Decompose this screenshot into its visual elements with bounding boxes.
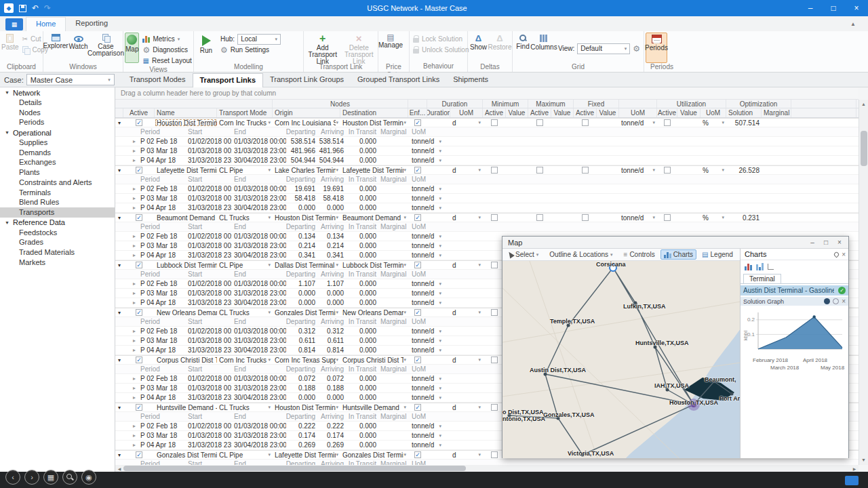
case-select[interactable]: Master Case▾ — [26, 74, 115, 85]
destination-select[interactable]: Lafeyette Dist Terminal▾ — [340, 166, 408, 174]
min-value-cell[interactable] — [506, 119, 528, 127]
sub-column-header-arriving[interactable]: Arriving — [317, 460, 346, 465]
min-active-checkbox[interactable] — [491, 451, 498, 458]
destination-select[interactable]: Corpus Christi Dist Ter...▾ — [340, 356, 408, 364]
series-enabled-icon[interactable]: ✓ — [838, 287, 846, 294]
sub-column-header-marginal[interactable]: Marginal — [378, 127, 410, 136]
period-uom-select[interactable]: tonne/d▾ — [410, 194, 443, 203]
period-expander-icon[interactable]: ▸ — [130, 251, 138, 260]
row-expander-icon[interactable]: ▾ — [115, 214, 123, 222]
period-expander-icon[interactable]: ▸ — [130, 146, 138, 155]
sub-column-header-arriving[interactable]: Arriving — [317, 127, 346, 136]
period-uom-select[interactable]: tonne/d▾ — [410, 374, 443, 383]
transport-mode-select[interactable]: Corn Inc Trucks▾ — [217, 356, 273, 364]
sidebar-item-details[interactable]: Details — [0, 98, 115, 108]
sidebar-item-periods[interactable]: Periods — [0, 117, 115, 127]
column-header-active-8[interactable]: Active — [483, 108, 506, 117]
sub-column-header-arriving[interactable]: Arriving — [317, 270, 346, 279]
sidebar-item-exchanges[interactable]: Exchanges — [0, 157, 115, 167]
sub-column-header-arriving[interactable]: Arriving — [317, 365, 346, 373]
period-expander-icon[interactable]: ▸ — [130, 289, 138, 298]
sidebar-item-transports[interactable]: Transports — [0, 207, 115, 218]
uom-select[interactable]: tonne/d▾ — [619, 166, 657, 174]
transport-mode-select[interactable]: CL Pipe▾ — [217, 451, 273, 459]
controls-button[interactable]: ≡Controls — [621, 250, 658, 259]
duration-uom-select[interactable]: d▾ — [450, 214, 483, 222]
min-active-checkbox[interactable] — [491, 167, 498, 174]
origin-select[interactable]: Gonzales Dist Terminal▾ — [273, 308, 340, 317]
tab-terminal[interactable]: Terminal — [743, 274, 781, 283]
column-header-transport-mode-2[interactable]: Transport Mode — [217, 108, 273, 117]
sub-column-header-end[interactable]: End — [232, 127, 286, 136]
tab-grouped-transport-links[interactable]: Grouped Transport Links — [351, 73, 446, 87]
fixed-active-checkbox[interactable] — [582, 119, 589, 126]
sub-column-header-departing[interactable]: Departing — [286, 460, 317, 465]
duration-cell[interactable] — [427, 166, 450, 174]
min-active-checkbox[interactable] — [491, 404, 498, 411]
active-checkbox[interactable]: ✓ — [136, 214, 142, 221]
duration-uom-select[interactable]: d▾ — [450, 119, 483, 127]
sub-column-header-start[interactable]: Start — [186, 222, 232, 231]
period-uom-select[interactable]: tonne/d▾ — [410, 422, 443, 430]
min-active-checkbox[interactable] — [491, 309, 498, 316]
origin-select[interactable]: Corn Inc Louisiana Supply▾ — [273, 119, 340, 127]
duration-uom-select[interactable]: d▾ — [450, 261, 483, 269]
destination-select[interactable]: Lubbock Dist Terminal▾ — [340, 261, 408, 269]
nav-back-button[interactable]: ‹ — [5, 470, 20, 485]
period-expander-icon[interactable]: ▸ — [130, 279, 138, 288]
enforced-checkbox[interactable]: ✓ — [414, 167, 421, 174]
fixed-active-checkbox[interactable] — [582, 214, 589, 221]
period-uom-select[interactable]: tonne/d▾ — [410, 146, 443, 155]
period-uom-select[interactable]: tonne/d▾ — [410, 251, 443, 260]
name-cell[interactable]: Lafeyette Dist Terminal - ... — [155, 166, 217, 174]
util-active-checkbox[interactable] — [664, 214, 671, 221]
name-cell[interactable]: Corpus Christi Dist Termin... — [155, 356, 217, 364]
camera-button[interactable]: ◉ — [81, 470, 96, 485]
diagnostics-button[interactable]: ⚙Diagnostics — [140, 45, 193, 55]
column-header-destination-4[interactable]: Destination — [340, 108, 408, 117]
row-expander-icon[interactable]: ▾ — [115, 119, 123, 127]
sub-column-header-arriving[interactable]: Arriving — [317, 175, 346, 184]
period-uom-select[interactable]: tonne/d▾ — [410, 346, 443, 354]
sidebar-item-markets[interactable]: Markets — [0, 258, 115, 268]
restore-deltas-button[interactable]: ΔRestore — [489, 33, 511, 63]
period-uom-select[interactable]: tonne/d▾ — [410, 441, 443, 449]
charts-close-icon[interactable]: × — [842, 251, 846, 258]
sub-column-header-marginal[interactable]: Marginal — [378, 412, 410, 421]
sub-column-header-period[interactable]: Period — [138, 317, 186, 326]
enforced-checkbox[interactable]: ✓ — [414, 357, 421, 363]
fixed-active-checkbox[interactable] — [582, 167, 589, 174]
origin-select[interactable]: Lake Charles Terminal▾ — [273, 166, 340, 174]
column-header-duration-6[interactable]: Duration — [427, 108, 450, 117]
period-expander-icon[interactable]: ▸ — [130, 298, 138, 307]
sub-column-header-marginal[interactable]: Marginal — [378, 175, 410, 184]
active-checkbox[interactable]: ✓ — [136, 262, 142, 268]
sub-column-header-marginal[interactable]: Marginal — [378, 460, 410, 465]
column-header-solution-18[interactable]: Solution — [726, 108, 762, 117]
duration-uom-select[interactable]: d▾ — [450, 403, 483, 411]
sub-column-header-start[interactable]: Start — [186, 460, 232, 465]
period-expander-icon[interactable]: ▸ — [130, 441, 138, 449]
apps-button[interactable]: ▦ — [43, 470, 58, 485]
destination-select[interactable]: Houston Dist Terminal▾ — [340, 119, 408, 127]
sub-column-header-end[interactable]: End — [232, 365, 286, 373]
charts-button[interactable]: Charts — [660, 249, 696, 260]
row-expander-icon[interactable]: ▾ — [115, 166, 123, 174]
sidebar-item-grades[interactable]: Grades — [0, 237, 115, 247]
sub-column-header-end[interactable]: End — [232, 222, 286, 231]
duration-cell[interactable] — [427, 119, 450, 127]
sub-column-header-period[interactable]: Period — [138, 127, 186, 136]
name-cell[interactable]: Huntsville Demand - Any ... — [155, 403, 217, 411]
duration-uom-select[interactable]: d▾ — [450, 308, 483, 317]
sub-column-header-marginal[interactable]: Marginal — [378, 317, 410, 326]
solution-graph-header[interactable]: Solution Graph × — [741, 297, 848, 306]
duration-cell[interactable] — [427, 308, 450, 317]
sub-column-header-uom[interactable]: UoM — [410, 270, 443, 279]
brand-badge[interactable] — [845, 476, 859, 485]
period-expander-icon[interactable]: ▸ — [130, 336, 138, 345]
fixed-value-cell[interactable] — [597, 214, 619, 222]
app-icon[interactable]: ◆ — [4, 3, 14, 13]
sub-column-header-uom[interactable]: UoM — [410, 365, 443, 373]
column-header-marginal-19[interactable]: Marginal — [762, 108, 791, 117]
util-uom-select[interactable]: %▾ — [701, 214, 726, 222]
